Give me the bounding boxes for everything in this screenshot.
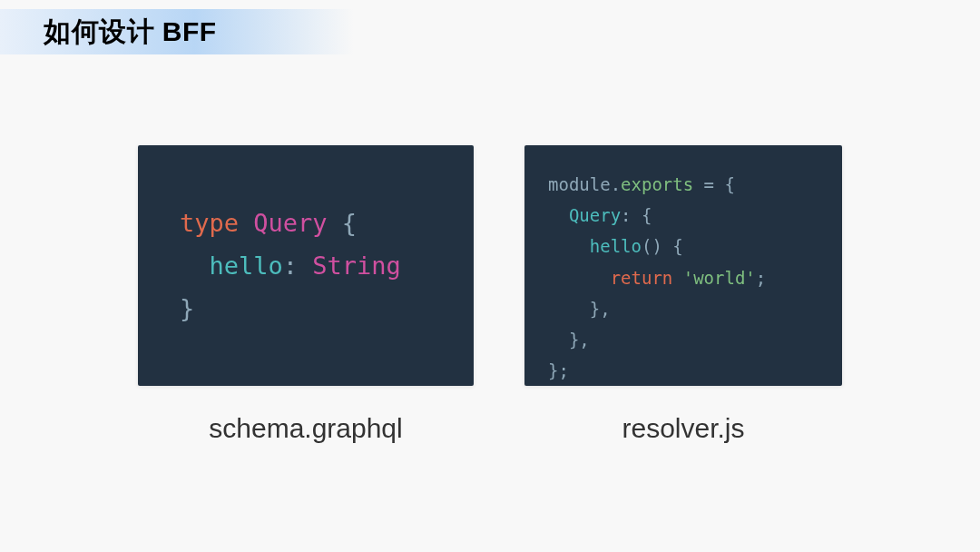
resolver-brace-close-1: }: [548, 360, 558, 380]
resolver-column: module.exports = { Query: { hello() { re…: [524, 145, 842, 444]
schema-brace-close: }: [180, 294, 194, 322]
schema-brace-open: {: [342, 209, 357, 237]
resolver-brace-open-1: {: [725, 174, 735, 194]
resolver-colon-1: :: [621, 205, 631, 225]
resolver-brace-close-2: }: [569, 330, 579, 350]
resolver-dot: .: [611, 174, 621, 194]
resolver-comma-1: ,: [600, 299, 610, 319]
schema-colon: :: [283, 251, 298, 280]
schema-caption: schema.graphql: [209, 413, 402, 444]
slide-header: 如何设计 BFF: [0, 0, 980, 64]
resolver-return: return: [611, 268, 673, 288]
resolver-hello-fn: hello: [590, 236, 642, 256]
resolver-semi-2: ;: [558, 360, 568, 380]
schema-column: type Query { hello: String } schema.grap…: [138, 145, 474, 444]
schema-code-block: type Query { hello: String }: [138, 145, 474, 386]
resolver-paren: (): [642, 236, 662, 256]
schema-keyword-type: type: [180, 209, 239, 237]
resolver-semi-1: ;: [756, 268, 766, 288]
resolver-brace-close-3: }: [590, 299, 600, 319]
resolver-comma-2: ,: [579, 330, 589, 350]
slide-content: type Query { hello: String } schema.grap…: [0, 64, 980, 444]
resolver-eq: =: [693, 174, 724, 194]
resolver-exports: exports: [621, 174, 693, 194]
resolver-query-key: Query: [569, 205, 621, 225]
resolver-code-block: module.exports = { Query: { hello() { re…: [524, 145, 842, 386]
schema-type-string: String: [312, 251, 401, 280]
schema-field-hello: hello: [210, 251, 283, 280]
slide-title: 如何设计 BFF: [0, 14, 217, 51]
schema-type-query: Query: [253, 209, 327, 237]
resolver-module: module: [548, 174, 611, 194]
resolver-string-world: 'world': [683, 268, 756, 288]
resolver-brace-open-2: {: [642, 205, 652, 225]
resolver-caption: resolver.js: [622, 413, 744, 444]
resolver-brace-open-3: {: [672, 236, 682, 256]
